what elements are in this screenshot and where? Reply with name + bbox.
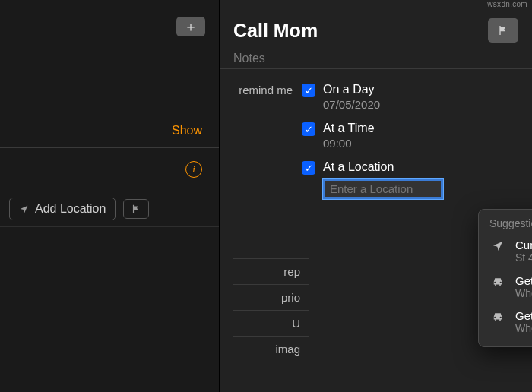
- at-a-time-value[interactable]: 09:00: [323, 137, 375, 150]
- at-a-location-title: At a Location: [323, 160, 443, 174]
- flag-icon: [497, 24, 509, 36]
- on-a-day-value[interactable]: 07/05/2020: [323, 98, 380, 111]
- completed-section: Show: [0, 114, 219, 148]
- location-arrow-icon: [489, 239, 506, 252]
- flag-button[interactable]: [488, 18, 518, 43]
- priority-label: prio: [233, 284, 309, 310]
- suggestion-name: Getting out of Car: [515, 309, 532, 322]
- lower-form-labels: rep prio U imag: [233, 258, 309, 362]
- at-a-time-checkbox[interactable]: ✓: [302, 122, 315, 136]
- location-arrow-icon: [19, 204, 29, 214]
- suggestion-name: Current Location: [515, 239, 532, 251]
- reminder-item-row[interactable]: i: [0, 148, 219, 191]
- info-icon[interactable]: i: [185, 161, 202, 178]
- flag-toggle-button[interactable]: [123, 199, 149, 219]
- repeat-label: rep: [233, 258, 309, 284]
- add-button[interactable]: ＋: [176, 17, 205, 36]
- car-icon: [489, 274, 506, 286]
- checkmark-icon: ✓: [305, 85, 313, 96]
- location-suggestions-popover: Suggestions Current Location St 42 Sec C…: [478, 209, 532, 347]
- suggestion-getting-in-car[interactable]: Getting in Car When connected to any pai…: [479, 270, 532, 305]
- flag-icon: [131, 204, 141, 214]
- at-a-time-title: At a Time: [323, 122, 375, 135]
- checkmark-icon: ✓: [305, 163, 313, 174]
- add-location-label: Add Location: [35, 202, 106, 216]
- option-at-a-location: ✓ At a Location: [302, 160, 518, 199]
- option-at-a-time: ✓ At a Time 09:00: [302, 122, 518, 150]
- location-input[interactable]: [323, 179, 443, 199]
- reminder-title[interactable]: Call Mom: [233, 20, 318, 42]
- show-completed-link[interactable]: Show: [172, 124, 202, 138]
- notes-field[interactable]: Notes: [220, 47, 532, 69]
- detail-pane: wsxdn.com Call Mom Notes remind me ✓ On …: [219, 0, 532, 392]
- car-icon: [489, 309, 506, 321]
- on-a-day-title: On a Day: [323, 83, 380, 96]
- suggestion-getting-out-of-car[interactable]: Getting out of Car When disconnected fro…: [479, 305, 532, 340]
- image-label: imag: [233, 336, 309, 362]
- notes-placeholder: Notes: [233, 52, 265, 65]
- watermark: wsxdn.com: [487, 0, 527, 8]
- suggestions-heading: Suggestions: [479, 217, 532, 234]
- sidebar: ＋ Show i Add Location: [0, 0, 219, 392]
- suggestion-desc: St 42 Sec C Ph 1 Lahore Pakistan: [515, 251, 532, 265]
- suggestion-desc: When disconnected from any paired: [515, 322, 532, 336]
- detail-header: Call Mom: [220, 18, 532, 47]
- add-location-button[interactable]: Add Location: [9, 198, 116, 220]
- suggestion-desc: When connected to any paired car: [515, 287, 532, 301]
- url-label: U: [233, 310, 309, 336]
- option-on-a-day: ✓ On a Day 07/05/2020: [302, 83, 518, 111]
- remind-me-label: remind me: [233, 83, 302, 210]
- at-a-location-checkbox[interactable]: ✓: [302, 161, 315, 175]
- suggestion-name: Getting in Car: [515, 274, 532, 287]
- plus-icon: ＋: [184, 17, 198, 36]
- location-row: Add Location: [0, 191, 219, 227]
- remind-me-section: remind me ✓ On a Day 07/05/2020 ✓: [220, 69, 532, 210]
- checkmark-icon: ✓: [305, 124, 313, 135]
- suggestion-current-location[interactable]: Current Location St 42 Sec C Ph 1 Lahore…: [479, 234, 532, 270]
- on-a-day-checkbox[interactable]: ✓: [302, 84, 315, 97]
